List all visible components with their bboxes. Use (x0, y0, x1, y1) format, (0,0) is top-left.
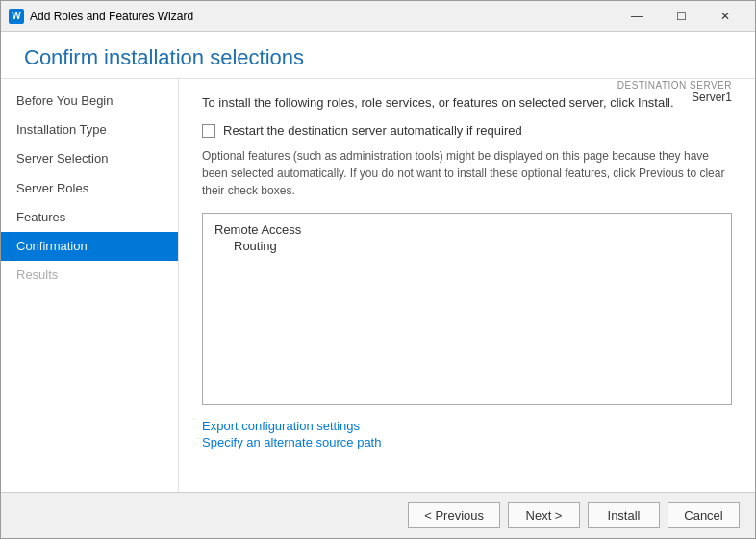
page-header: Confirm installation selections DESTINAT… (1, 32, 755, 79)
install-button[interactable]: Install (588, 502, 660, 528)
main-layout: Confirm installation selections DESTINAT… (1, 32, 755, 492)
next-button[interactable]: Next > (508, 502, 580, 528)
main-content: To install the following roles, role ser… (179, 79, 755, 492)
title-bar: W Add Roles and Features Wizard — ☐ ✕ (1, 1, 755, 32)
auto-restart-label: Restart the destination server automatic… (223, 123, 522, 138)
destination-server-info: DESTINATION SERVER Server1 (617, 80, 732, 104)
link-row: Export configuration settings Specify an… (202, 419, 732, 449)
sidebar-item-server-roles[interactable]: Server Roles (1, 174, 178, 203)
sidebar-item-results: Results (1, 261, 178, 290)
feature-remote-access: Remote Access (214, 221, 719, 238)
sidebar-item-installation-type[interactable]: Installation Type (1, 116, 178, 144)
dest-server-name: Server1 (617, 90, 732, 104)
auto-restart-row: Restart the destination server automatic… (202, 123, 732, 138)
wizard-window: W Add Roles and Features Wizard — ☐ ✕ Co… (0, 0, 756, 539)
sidebar-item-server-selection[interactable]: Server Selection (1, 144, 178, 173)
export-config-link[interactable]: Export configuration settings (202, 419, 732, 433)
features-box: Remote Access Routing (202, 213, 732, 405)
app-icon: W (9, 9, 24, 24)
auto-restart-checkbox[interactable] (202, 124, 215, 138)
feature-routing: Routing (214, 238, 719, 254)
body-layout: Before You Begin Installation Type Serve… (1, 79, 755, 492)
footer: < Previous Next > Install Cancel (1, 492, 755, 538)
minimize-button[interactable]: — (615, 1, 659, 32)
sidebar-item-features[interactable]: Features (1, 203, 178, 232)
dest-server-label: DESTINATION SERVER (617, 80, 732, 90)
window-controls: — ☐ ✕ (615, 1, 747, 32)
alternate-source-link[interactable]: Specify an alternate source path (202, 435, 732, 449)
sidebar-item-before-you-begin[interactable]: Before You Begin (1, 87, 178, 116)
cancel-button[interactable]: Cancel (668, 502, 740, 528)
maximize-button[interactable]: ☐ (659, 1, 703, 32)
close-button[interactable]: ✕ (703, 1, 747, 32)
sidebar-item-confirmation[interactable]: Confirmation (1, 232, 178, 261)
page-title: Confirm installation selections (24, 45, 732, 70)
previous-button[interactable]: < Previous (408, 502, 500, 528)
optional-text: Optional features (such as administratio… (202, 147, 732, 199)
sidebar: Before You Begin Installation Type Serve… (1, 79, 179, 492)
window-title: Add Roles and Features Wizard (30, 10, 615, 23)
